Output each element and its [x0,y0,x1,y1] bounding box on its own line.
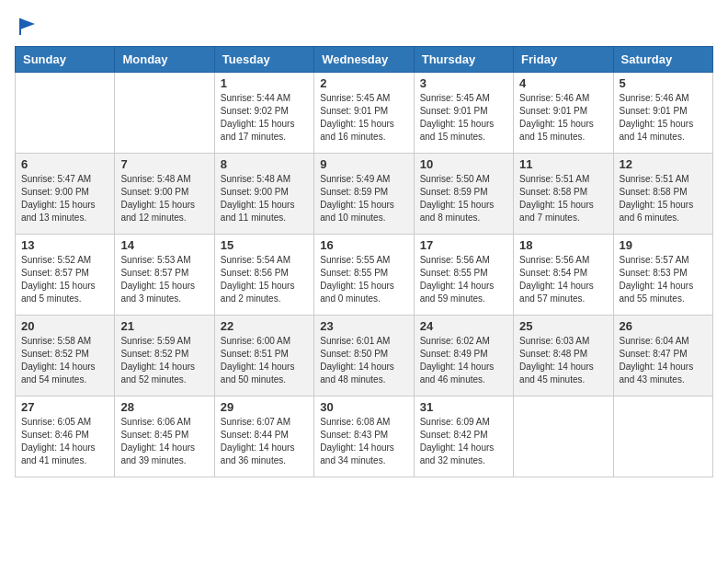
day-number: 13 [21,238,108,252]
day-info: Sunrise: 5:56 AM Sunset: 8:54 PM Dayligh… [519,254,607,305]
calendar-cell: 3Sunrise: 5:45 AM Sunset: 9:01 PM Daylig… [414,73,513,154]
calendar-cell: 12Sunrise: 5:51 AM Sunset: 8:58 PM Dayli… [613,154,712,235]
calendar-cell: 5Sunrise: 5:46 AM Sunset: 9:01 PM Daylig… [613,73,712,154]
logo [15,15,39,37]
column-header-monday: Monday [115,47,214,73]
day-info: Sunrise: 5:48 AM Sunset: 9:00 PM Dayligh… [120,173,208,224]
day-info: Sunrise: 6:09 AM Sunset: 8:42 PM Dayligh… [420,416,507,467]
calendar-cell [613,396,712,477]
day-number: 29 [221,400,308,414]
day-number: 3 [420,76,507,90]
day-number: 22 [221,319,308,333]
column-header-sunday: Sunday [16,47,115,73]
calendar-week-1: 1Sunrise: 5:44 AM Sunset: 9:02 PM Daylig… [16,73,713,154]
calendar-cell: 7Sunrise: 5:48 AM Sunset: 9:00 PM Daylig… [115,154,214,235]
calendar-week-3: 13Sunrise: 5:52 AM Sunset: 8:57 PM Dayli… [16,235,713,316]
day-info: Sunrise: 6:05 AM Sunset: 8:46 PM Dayligh… [21,416,108,467]
calendar-week-5: 27Sunrise: 6:05 AM Sunset: 8:46 PM Dayli… [16,396,713,477]
day-info: Sunrise: 6:01 AM Sunset: 8:50 PM Dayligh… [320,335,407,386]
calendar-cell: 22Sunrise: 6:00 AM Sunset: 8:51 PM Dayli… [214,316,313,396]
column-header-wednesday: Wednesday [314,47,414,73]
calendar-cell: 17Sunrise: 5:56 AM Sunset: 8:55 PM Dayli… [414,235,513,316]
day-info: Sunrise: 5:48 AM Sunset: 9:00 PM Dayligh… [221,173,308,224]
day-number: 8 [221,157,308,171]
calendar-cell: 25Sunrise: 6:03 AM Sunset: 8:48 PM Dayli… [514,316,613,396]
calendar-cell: 1Sunrise: 5:44 AM Sunset: 9:02 PM Daylig… [214,73,313,154]
svg-marker-0 [20,18,35,29]
day-info: Sunrise: 6:08 AM Sunset: 8:43 PM Dayligh… [320,416,407,467]
day-number: 4 [519,76,607,90]
day-number: 12 [620,157,707,171]
calendar-cell: 15Sunrise: 5:54 AM Sunset: 8:56 PM Dayli… [214,235,313,316]
calendar-cell: 29Sunrise: 6:07 AM Sunset: 8:44 PM Dayli… [214,396,313,477]
calendar-cell: 24Sunrise: 6:02 AM Sunset: 8:49 PM Dayli… [414,316,513,396]
day-number: 15 [221,238,308,252]
day-number: 30 [320,400,407,414]
day-info: Sunrise: 5:47 AM Sunset: 9:00 PM Dayligh… [21,173,108,224]
calendar-cell: 10Sunrise: 5:50 AM Sunset: 8:59 PM Dayli… [414,154,513,235]
calendar-cell: 9Sunrise: 5:49 AM Sunset: 8:59 PM Daylig… [314,154,414,235]
day-number: 7 [120,157,208,171]
day-number: 2 [320,76,407,90]
day-number: 28 [120,400,208,414]
calendar-cell: 27Sunrise: 6:05 AM Sunset: 8:46 PM Dayli… [16,396,115,477]
day-number: 14 [120,238,208,252]
day-number: 18 [519,238,607,252]
day-info: Sunrise: 5:53 AM Sunset: 8:57 PM Dayligh… [120,254,208,305]
day-info: Sunrise: 6:02 AM Sunset: 8:49 PM Dayligh… [420,335,507,386]
page-header [15,15,713,37]
day-number: 26 [620,319,707,333]
calendar-cell: 23Sunrise: 6:01 AM Sunset: 8:50 PM Dayli… [314,316,414,396]
calendar-week-2: 6Sunrise: 5:47 AM Sunset: 9:00 PM Daylig… [16,154,713,235]
day-number: 27 [21,400,108,414]
day-info: Sunrise: 5:55 AM Sunset: 8:55 PM Dayligh… [320,254,407,305]
calendar-cell: 16Sunrise: 5:55 AM Sunset: 8:55 PM Dayli… [314,235,414,316]
day-info: Sunrise: 5:52 AM Sunset: 8:57 PM Dayligh… [21,254,108,305]
day-number: 1 [221,76,308,90]
day-info: Sunrise: 5:45 AM Sunset: 9:01 PM Dayligh… [420,92,507,144]
day-info: Sunrise: 6:00 AM Sunset: 8:51 PM Dayligh… [221,335,308,386]
calendar-cell: 28Sunrise: 6:06 AM Sunset: 8:45 PM Dayli… [115,396,214,477]
calendar-cell [16,73,115,154]
day-number: 17 [420,238,507,252]
day-number: 5 [620,76,707,90]
calendar-cell: 4Sunrise: 5:46 AM Sunset: 9:01 PM Daylig… [514,73,613,154]
day-info: Sunrise: 5:59 AM Sunset: 8:52 PM Dayligh… [120,335,208,386]
day-info: Sunrise: 6:04 AM Sunset: 8:47 PM Dayligh… [620,335,707,386]
day-info: Sunrise: 5:46 AM Sunset: 9:01 PM Dayligh… [519,92,607,144]
calendar-cell: 26Sunrise: 6:04 AM Sunset: 8:47 PM Dayli… [613,316,712,396]
day-number: 31 [420,400,507,414]
day-number: 16 [320,238,407,252]
day-info: Sunrise: 5:56 AM Sunset: 8:55 PM Dayligh… [420,254,507,305]
day-number: 11 [519,157,607,171]
calendar-cell: 14Sunrise: 5:53 AM Sunset: 8:57 PM Dayli… [115,235,214,316]
calendar-cell: 11Sunrise: 5:51 AM Sunset: 8:58 PM Dayli… [514,154,613,235]
calendar-cell: 30Sunrise: 6:08 AM Sunset: 8:43 PM Dayli… [314,396,414,477]
day-info: Sunrise: 5:46 AM Sunset: 9:01 PM Dayligh… [620,92,707,144]
calendar-cell: 6Sunrise: 5:47 AM Sunset: 9:00 PM Daylig… [16,154,115,235]
day-info: Sunrise: 5:45 AM Sunset: 9:01 PM Dayligh… [320,92,407,144]
calendar-cell: 13Sunrise: 5:52 AM Sunset: 8:57 PM Dayli… [16,235,115,316]
day-info: Sunrise: 5:49 AM Sunset: 8:59 PM Dayligh… [320,173,407,224]
day-info: Sunrise: 5:54 AM Sunset: 8:56 PM Dayligh… [221,254,308,305]
calendar-cell [514,396,613,477]
column-header-thursday: Thursday [414,47,513,73]
day-info: Sunrise: 5:50 AM Sunset: 8:59 PM Dayligh… [420,173,507,224]
calendar-cell: 18Sunrise: 5:56 AM Sunset: 8:54 PM Dayli… [514,235,613,316]
day-info: Sunrise: 5:51 AM Sunset: 8:58 PM Dayligh… [620,173,707,224]
calendar-cell [115,73,214,154]
column-header-saturday: Saturday [613,47,712,73]
calendar-cell: 31Sunrise: 6:09 AM Sunset: 8:42 PM Dayli… [414,396,513,477]
day-number: 24 [420,319,507,333]
day-info: Sunrise: 5:58 AM Sunset: 8:52 PM Dayligh… [21,335,108,386]
day-number: 9 [320,157,407,171]
calendar-table: SundayMondayTuesdayWednesdayThursdayFrid… [15,46,713,477]
column-header-tuesday: Tuesday [214,47,313,73]
day-number: 23 [320,319,407,333]
day-info: Sunrise: 5:51 AM Sunset: 8:58 PM Dayligh… [519,173,607,224]
calendar-week-4: 20Sunrise: 5:58 AM Sunset: 8:52 PM Dayli… [16,316,713,396]
day-info: Sunrise: 6:03 AM Sunset: 8:48 PM Dayligh… [519,335,607,386]
day-number: 10 [420,157,507,171]
day-info: Sunrise: 5:44 AM Sunset: 9:02 PM Dayligh… [221,92,308,144]
calendar-header-row: SundayMondayTuesdayWednesdayThursdayFrid… [16,47,713,73]
